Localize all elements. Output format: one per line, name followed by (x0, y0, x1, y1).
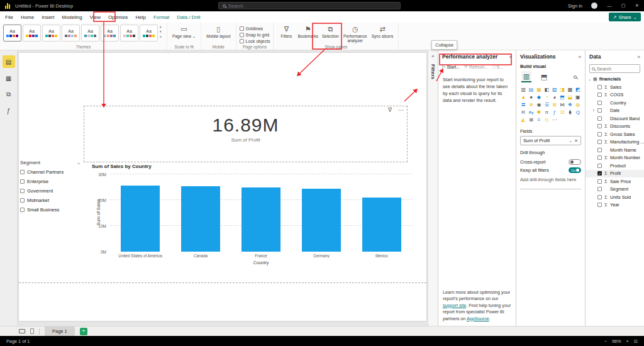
chevron-down-icon[interactable]: ⌄ (569, 138, 572, 143)
visual-type-icon[interactable]: ⊡ (559, 109, 565, 116)
visual-type-icon[interactable]: ≋ (528, 101, 534, 108)
data-field-product[interactable]: Product (586, 162, 644, 170)
data-field-country[interactable]: Country (586, 99, 644, 107)
more-visuals-icon[interactable]: ⋯ (552, 116, 558, 123)
mobile-layout-button[interactable]: ▯ Mobile layout (204, 25, 232, 40)
more-themes-icon[interactable]: ≡ (160, 35, 162, 38)
visual-type-icon[interactable]: ◭ (520, 116, 526, 123)
visual-type-icon[interactable]: ◉ (536, 101, 542, 108)
table-view-icon[interactable]: ▦ (3, 72, 15, 84)
filter-funnel-icon[interactable]: ∇ (388, 107, 392, 113)
checkbox[interactable] (20, 189, 25, 193)
data-field-sale-price[interactable]: ΣSale Price (586, 177, 644, 186)
visual-type-icon[interactable]: ◩ (575, 86, 581, 93)
segment-slicer[interactable]: Segment ⌄ Channel PartnersEnterpriseGove… (20, 160, 80, 213)
visual-type-icon[interactable]: ≡ (536, 116, 542, 123)
global-search-box[interactable] (218, 2, 401, 9)
desktop-view-icon[interactable] (19, 329, 25, 333)
checkbox[interactable] (597, 132, 602, 137)
card-visual-sum-of-profit[interactable]: ∇ ⋯ 16.89M Sum of Profit (84, 106, 408, 162)
filters-pane-collapsed[interactable]: « Filters (428, 50, 438, 326)
visual-type-icon[interactable]: ⊠ (528, 116, 534, 123)
stop-button[interactable]: □ S... (492, 65, 503, 69)
data-field-profit[interactable]: ✓ΣProfit (586, 170, 644, 178)
ribbon-button-sync-slicers[interactable]: ⇄Sync slicers (370, 25, 396, 40)
checkbox[interactable] (597, 179, 602, 184)
visual-type-icon[interactable]: π (543, 109, 550, 116)
visual-type-icon[interactable]: ◆ (536, 94, 542, 101)
model-view-icon[interactable]: ⧉ (3, 88, 15, 101)
filters-pane-label[interactable]: Filters (430, 64, 436, 79)
dax-query-view-icon[interactable]: ƒ (3, 104, 15, 117)
theme-thumbnail-4[interactable]: Aa (62, 25, 80, 42)
search-input[interactable] (228, 3, 396, 9)
checkbox[interactable] (20, 198, 25, 203)
visual-type-icon[interactable]: ⊞ (552, 101, 558, 108)
checkbox[interactable] (597, 155, 602, 160)
checkbox[interactable] (597, 116, 602, 121)
visual-type-icon[interactable]: ● (528, 94, 534, 101)
ribbon-checkbox-lock-objects[interactable]: Lock objects (240, 39, 270, 43)
bar-chart-plot-area[interactable] (110, 174, 412, 252)
visual-type-icon[interactable]: 〓 (520, 101, 526, 108)
chevron-down-icon[interactable]: ⌄ (77, 160, 80, 165)
visual-type-icon[interactable]: ⋈ (559, 101, 565, 108)
visual-type-icon[interactable]: ƒ (552, 109, 558, 116)
visual-type-icon[interactable]: ◔ (543, 94, 550, 101)
share-button[interactable]: ↗ Share ⌄ (609, 13, 641, 21)
page-tab[interactable]: Page 1 (45, 326, 75, 337)
data-field-date[interactable]: ›Date (586, 107, 644, 115)
field-well-sum-of-profit[interactable]: Sum of Profit ⌄ ✕ (520, 136, 581, 145)
remove-field-icon[interactable]: ✕ (574, 138, 578, 143)
bar-france[interactable] (242, 187, 280, 252)
visual-type-icon[interactable]: ◇ (543, 116, 550, 123)
drill-through-drop-zone[interactable]: Add drill-through fields here (520, 177, 581, 189)
menu-item-modeling[interactable]: Modeling (58, 13, 86, 21)
visual-type-icon[interactable]: ⬒ (559, 94, 565, 101)
checkbox[interactable] (20, 170, 25, 174)
menu-item-help[interactable]: Help (131, 13, 149, 21)
visual-type-icon[interactable]: ❖ (567, 101, 573, 108)
checkbox[interactable] (597, 124, 602, 128)
visual-type-icon[interactable]: ◕ (552, 94, 558, 101)
visual-type-icon[interactable]: ▦ (536, 86, 542, 93)
slicer-option-channel-partners[interactable]: Channel Partners (20, 169, 80, 175)
menu-item-view[interactable]: View (86, 13, 104, 21)
refresh-visuals-button[interactable]: ⟳ Refresh... (464, 64, 488, 69)
visual-type-icon[interactable]: ◨ (559, 86, 565, 93)
data-field-month-name[interactable]: Month Name (586, 146, 644, 154)
sign-in-button[interactable]: Sign in (564, 3, 586, 9)
visual-type-icon[interactable]: ☰ (543, 101, 550, 108)
theme-thumbnail-3[interactable]: Aa (42, 25, 60, 42)
data-search-box[interactable] (589, 64, 640, 73)
data-field-sales[interactable]: ΣSales (586, 83, 644, 91)
checkbox[interactable] (597, 203, 602, 207)
data-field-segment[interactable]: Segment (586, 186, 644, 194)
data-field-manufacturing[interactable]: ΣManufacturing ... (586, 138, 644, 147)
table-financials[interactable]: ⌄ ▦ financials (586, 75, 644, 83)
bar-united-states-of-america[interactable] (121, 186, 160, 252)
data-field-discount-band[interactable]: Discount Band (586, 114, 644, 123)
bar-canada[interactable] (181, 186, 220, 252)
bar-mexico[interactable] (362, 198, 401, 252)
visual-type-icon[interactable]: ⬓ (567, 94, 573, 101)
visual-type-icon[interactable]: ▤ (528, 86, 534, 93)
data-field-discounts[interactable]: ΣDiscounts (586, 123, 644, 131)
bar-germany[interactable] (302, 189, 341, 252)
chevron-down-icon[interactable]: ⌄ (588, 77, 591, 81)
checkbox[interactable] (240, 26, 244, 31)
theme-thumbnail-2[interactable]: Aa (23, 25, 41, 42)
theme-thumbnail-1[interactable]: Aa (3, 25, 21, 42)
checkbox[interactable] (597, 92, 602, 97)
ribbon-checkbox-snap-to-grid[interactable]: Snap to grid (240, 33, 270, 37)
checkbox[interactable] (597, 108, 602, 113)
checkbox[interactable]: ✓ (597, 171, 602, 176)
report-view-icon[interactable]: ▤ (3, 55, 15, 68)
checkbox[interactable] (20, 208, 25, 212)
theme-thumbnail-7[interactable]: Aa (120, 25, 138, 42)
expand-pane-icon[interactable]: « (431, 53, 434, 59)
checkbox[interactable] (240, 33, 244, 37)
menu-item-format[interactable]: Format (150, 13, 173, 21)
theme-thumbnail-5[interactable]: Aa (81, 25, 99, 42)
more-options-icon[interactable]: ⋯ (398, 107, 404, 113)
